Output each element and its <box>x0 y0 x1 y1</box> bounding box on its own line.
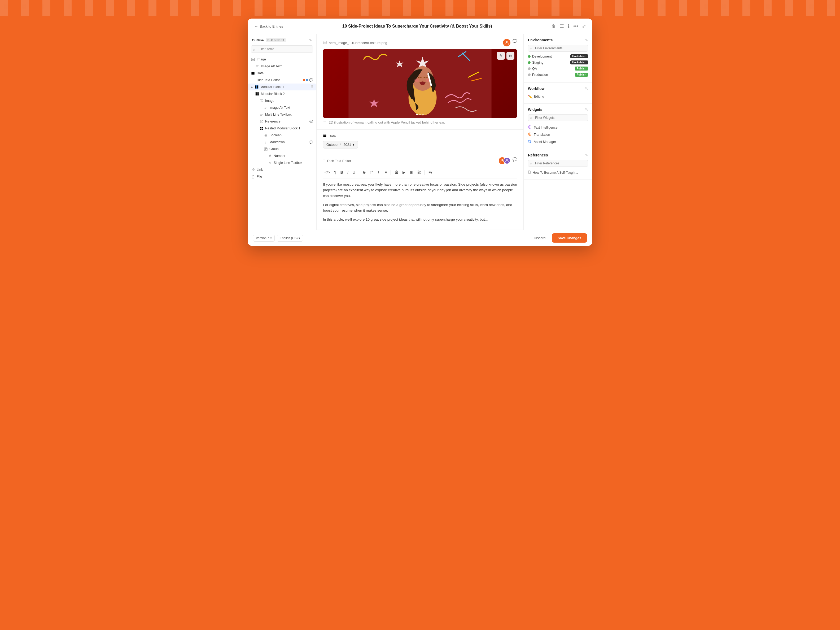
outline-item-image-alt[interactable]: Image Alt Text <box>248 63 316 70</box>
image-icon <box>251 57 255 62</box>
rte-field-header: T Rich Text Editor 💬 <box>323 157 517 164</box>
hero-image: ✎ 🗑 <box>323 49 517 118</box>
workflow-edit-icon[interactable]: ✎ <box>585 87 588 91</box>
item-number-label: Number <box>274 154 313 158</box>
sidebar-edit-icon[interactable]: ✎ <box>309 38 312 42</box>
comment-icon-rte: 💬 <box>309 78 313 82</box>
boolean-icon: ◉ <box>264 133 268 137</box>
version-select[interactable]: Version 7 ▾ <box>253 235 275 242</box>
outline-item-group[interactable]: Group <box>248 145 316 152</box>
date-value[interactable]: October 4, 2021 ▾ <box>323 141 358 148</box>
info-icon[interactable]: ℹ <box>568 23 570 29</box>
language-select[interactable]: English (US) ▾ <box>277 235 303 242</box>
widget-text-intelligence[interactable]: Text Intelligence <box>528 124 588 131</box>
env-dot-staging <box>528 61 531 64</box>
workflow-section: Workflow ✎ ✏️ Editing <box>524 83 592 104</box>
rte-divider-2 <box>390 170 391 175</box>
list-icon[interactable]: ☰ <box>560 23 564 29</box>
widget-asset-manager[interactable]: Asset Manager <box>528 138 588 145</box>
references-edit-icon[interactable]: ✎ <box>585 153 588 157</box>
outline-item-modular-1[interactable]: ▶ Modular Block 1 ⠿ <box>248 84 316 90</box>
outline-item-modular-2[interactable]: Modular Block 2 <box>248 90 316 97</box>
rte-field-actions: 💬 <box>499 157 517 164</box>
link-icon <box>251 167 255 172</box>
env-action-qa[interactable]: Publish <box>575 66 588 71</box>
rte-table-btn[interactable]: ⊞ <box>408 169 414 175</box>
ref-filter-input[interactable] <box>528 160 588 167</box>
svg-rect-17 <box>260 99 263 102</box>
outline-item-reference[interactable]: Reference 💬 <box>248 118 316 125</box>
expand-icon[interactable]: ⤢ <box>582 23 586 29</box>
comment-icon-rte-field[interactable]: 💬 <box>513 157 517 164</box>
discard-button[interactable]: Discard <box>529 234 549 242</box>
language-chevron: ▾ <box>298 236 300 240</box>
widget-translation[interactable]: Translation <box>528 131 588 138</box>
delete-icon[interactable]: 🗑 <box>551 24 556 29</box>
outline-item-image[interactable]: Image 💬 <box>248 56 316 63</box>
rte-align-btn[interactable]: ≡▾ <box>427 169 434 175</box>
rte-underline-btn[interactable]: U <box>351 169 357 175</box>
asset-manager-icon <box>528 139 532 144</box>
outline-item-rte[interactable]: T Rich Text Editor 💬 <box>248 77 316 84</box>
image-overlay-actions: ✎ 🗑 <box>497 52 515 60</box>
env-filter-input[interactable] <box>528 45 588 52</box>
widget-filter-input[interactable] <box>528 114 588 121</box>
item-link-label: Link <box>257 168 313 172</box>
svg-rect-16 <box>257 94 259 96</box>
outline-item-multiline[interactable]: Multi Line Textbox <box>248 111 316 118</box>
widgets-edit-icon[interactable]: ✎ <box>585 107 588 112</box>
outline-item-markdown[interactable]: ↓ Markdown 💬 <box>248 139 316 145</box>
rte-image-btn[interactable]: 🖼 <box>393 169 400 175</box>
rte-strikethrough-btn[interactable]: S <box>362 169 367 175</box>
left-sidebar: Outline BLOG POST ✎ ⌕ Image 💬 <box>248 34 317 230</box>
outline-item-number[interactable]: # Number <box>248 152 316 159</box>
environments-section: Environments ✎ ⌕ Development Un-Publish <box>524 34 592 83</box>
svg-rect-5 <box>251 72 254 75</box>
rte-bold-btn[interactable]: B <box>339 169 345 175</box>
env-name-prod: Production <box>528 73 548 77</box>
rte-list-btn[interactable]: ≡ <box>383 169 388 175</box>
more-icon[interactable]: ••• <box>573 24 578 29</box>
blog-post-badge: BLOG POST <box>266 38 286 42</box>
rte-subscript-btn[interactable]: T- <box>376 169 382 176</box>
outline-item-image-nested[interactable]: Image <box>248 97 316 104</box>
env-action-prod[interactable]: Publish <box>575 73 588 77</box>
svg-point-44 <box>414 79 420 82</box>
environments-edit-icon[interactable]: ✎ <box>585 38 588 42</box>
rte-video-btn[interactable]: ▶ <box>401 169 407 175</box>
rte-superscript-btn[interactable]: T+ <box>368 169 375 175</box>
rte-code-btn[interactable]: </> <box>323 169 332 175</box>
svg-rect-11 <box>255 87 257 89</box>
outline-item-image-alt-nested[interactable]: Image Alt Text <box>248 104 316 111</box>
comment-icon-image[interactable]: 💬 <box>513 39 517 46</box>
filter-input[interactable] <box>251 45 313 53</box>
rte-paragraph-btn[interactable]: ¶ <box>333 169 338 175</box>
rte-link-btn[interactable]: ⛓ <box>415 169 422 175</box>
rte-italic-btn[interactable]: I <box>346 169 350 175</box>
back-link[interactable]: ← Back to Entries <box>254 24 283 28</box>
env-label-qa: QA <box>532 67 537 71</box>
rte-icon: T <box>251 78 255 82</box>
outline-item-nested-modular[interactable]: Nested Modular Block 1 <box>248 125 316 132</box>
drag-icon-modular-1[interactable]: ⠿ <box>311 85 313 89</box>
markdown-icon: ↓ <box>264 140 268 144</box>
save-changes-button[interactable]: Save Changes <box>552 233 587 243</box>
workflow-title: Workflow <box>528 87 545 91</box>
env-action-staging[interactable]: Un-Publish <box>570 60 588 65</box>
outline-item-date[interactable]: Date <box>248 70 316 77</box>
rte-content[interactable]: If you're like most creatives, you likel… <box>323 182 517 223</box>
svg-rect-27 <box>260 128 261 129</box>
hero-image-container: ✎ 🗑 <box>323 49 517 118</box>
widget-filter-search-icon: ⌕ <box>530 116 532 120</box>
outline-item-file[interactable]: File <box>248 173 316 180</box>
back-label: Back to Entries <box>260 24 283 28</box>
date-field-header: Date <box>323 134 517 138</box>
image-delete-btn[interactable]: 🗑 <box>507 52 515 60</box>
env-action-dev[interactable]: Un-Publish <box>570 54 588 58</box>
outline-item-single-line[interactable]: A Single Line Textbox <box>248 159 316 166</box>
outline-item-boolean[interactable]: ◉ Boolean <box>248 132 316 139</box>
rte-field-label: Rich Text Editor <box>327 159 351 163</box>
ref-item-1[interactable]: How To Become A Self-Taught... <box>528 169 588 175</box>
outline-item-link[interactable]: Link <box>248 166 316 173</box>
image-edit-btn[interactable]: ✎ <box>497 52 505 60</box>
